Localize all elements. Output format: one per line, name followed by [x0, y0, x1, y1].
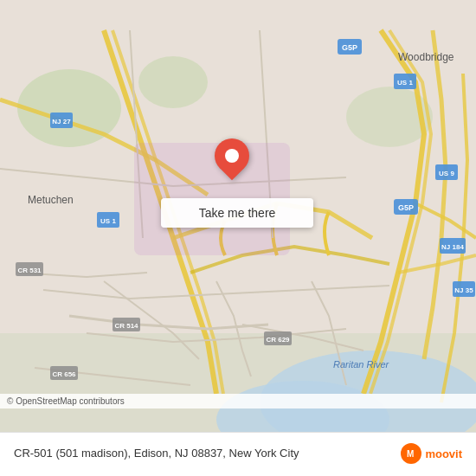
pin-center: [225, 149, 239, 163]
location-pin: [215, 138, 249, 173]
take-me-there-button[interactable]: Take me there: [161, 198, 313, 228]
attribution-bar: © OpenStreetMap contributors: [0, 394, 476, 408]
svg-text:NJ 35: NJ 35: [454, 286, 473, 294]
pin-body: [208, 132, 257, 181]
svg-text:US 1: US 1: [397, 79, 413, 87]
map-container: G5P US 1 US 1 US 9 NJ 27 NJ 35 NJ 184 G5…: [0, 0, 476, 476]
svg-text:CR 656: CR 656: [52, 370, 76, 378]
svg-text:CR 531: CR 531: [17, 267, 42, 274]
svg-text:CR 514: CR 514: [114, 322, 138, 330]
location-card: CR-501 (501 madison), Edison, NJ 08837, …: [0, 432, 476, 476]
svg-text:Woodbridge: Woodbridge: [398, 51, 454, 63]
svg-text:US 1: US 1: [100, 217, 116, 225]
svg-text:G5P: G5P: [398, 203, 414, 212]
svg-text:M: M: [407, 449, 414, 459]
svg-text:NJ 27: NJ 27: [52, 118, 71, 125]
svg-point-2: [138, 56, 208, 108]
location-address: CR-501 (501 madison), Edison, NJ 08837, …: [14, 446, 299, 461]
moovit-icon: M: [401, 443, 421, 464]
svg-text:Raritan River: Raritan River: [333, 359, 390, 370]
attribution-text: © OpenStreetMap contributors: [7, 396, 125, 406]
moovit-branding: M moovit: [401, 443, 462, 464]
svg-text:G5P: G5P: [342, 43, 357, 52]
svg-text:CR 629: CR 629: [266, 336, 290, 344]
svg-text:US 9: US 9: [439, 170, 454, 177]
moovit-text: moovit: [425, 447, 462, 460]
svg-text:NJ 184: NJ 184: [441, 243, 464, 251]
svg-text:Metuchen: Metuchen: [28, 194, 74, 206]
